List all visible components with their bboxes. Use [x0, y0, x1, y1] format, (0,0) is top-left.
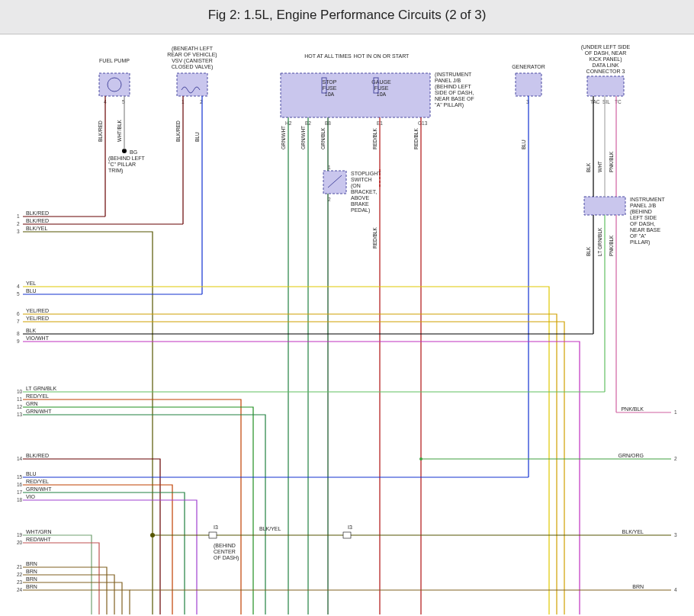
svg-text:12: 12: [17, 404, 23, 409]
svg-text:2: 2: [17, 221, 20, 226]
wire-label: RED/BLK: [372, 128, 378, 149]
svg-text:RED/BLK: RED/BLK: [372, 227, 378, 249]
svg-text:10: 10: [17, 389, 23, 394]
wire-label: GRN/WHT: [300, 126, 306, 149]
svg-text:PNK/BLK: PNK/BLK: [621, 406, 644, 412]
wire-label: BLK/RED: [98, 120, 103, 142]
svg-text:STOPLIGHTSWITCH(ONBRACKET,ABOV: STOPLIGHTSWITCH(ONBRACKET,ABOVEBRAKEPEDA…: [351, 171, 381, 213]
svg-text:6: 6: [17, 311, 20, 316]
svg-text:HOT IN ON
OR START: HOT IN ON OR START: [354, 53, 410, 59]
fuel-pump-label: FUEL PUMP: [99, 58, 130, 63]
vsv-box: (BENEATH LEFTREAR OF VEHICLE)VSV (CANIST…: [167, 46, 217, 104]
svg-text:BG(BEHIND LEFT"C" PILLARTRIM): BG(BEHIND LEFT"C" PILLARTRIM): [108, 149, 146, 174]
svg-text:(INSTRUMENTPANEL J/B(BEHIND LE: (INSTRUMENTPANEL J/B(BEHIND LEFTSIDE OF …: [435, 72, 474, 108]
wiring-diagram: FUEL PUMP 4 5 (BENEATH LEFTREAR OF VEHIC…: [0, 34, 694, 614]
svg-point-56: [419, 457, 423, 460]
svg-text:14: 14: [17, 456, 23, 461]
wire-label: PNK/BLK: [609, 151, 614, 172]
wire-label: BLK/YEL: [259, 526, 281, 531]
svg-text:(BENEATH LEFTREAR OF VEHICLE)V: (BENEATH LEFTREAR OF VEHICLE)VSV (CANIST…: [167, 46, 217, 70]
svg-rect-54: [343, 532, 351, 538]
svg-text:23: 23: [17, 579, 23, 585]
svg-text:19: 19: [17, 532, 23, 537]
wire-label: GRN/WHT: [281, 126, 286, 149]
svg-text:(UNDER LEFT SIDEOF DASH, NEARK: (UNDER LEFT SIDEOF DASH, NEARKICK PANEL)…: [581, 44, 631, 74]
svg-text:INSTRUMENTPANEL J/B(BEHINDLEFT: INSTRUMENTPANEL J/B(BEHINDLEFT SIDEOF DA…: [630, 197, 666, 245]
svg-text:BRN: BRN: [632, 584, 644, 589]
svg-text:BLK/RED: BLK/RED: [26, 218, 49, 223]
svg-text:FUEL
PUMP: FUEL PUMP: [99, 58, 130, 63]
svg-text:BRN: BRN: [26, 561, 37, 566]
svg-text:4: 4: [674, 587, 677, 592]
svg-point-52: [150, 533, 155, 537]
fuel-pump-box: FUEL PUMP 4 5: [99, 58, 130, 104]
svg-rect-23: [516, 73, 541, 96]
svg-text:17: 17: [17, 489, 23, 495]
svg-text:GRN/WHT: GRN/WHT: [26, 486, 52, 492]
svg-text:VIO: VIO: [26, 494, 36, 499]
svg-text:BRN: BRN: [26, 569, 37, 574]
stoplight-switch: STOPLIGHTSWITCH(ONBRACKET,ABOVEBRAKEPEDA…: [323, 165, 381, 213]
wire-label: BLK/RED: [175, 120, 181, 142]
svg-text:24: 24: [17, 587, 23, 592]
svg-rect-53: [209, 532, 217, 538]
svg-text:RED/YEL: RED/YEL: [26, 479, 49, 484]
svg-text:(BEHINDCENTEROF DASH): (BEHINDCENTEROF DASH): [214, 543, 239, 561]
svg-text:BRN: BRN: [26, 584, 37, 589]
jb2-box: INSTRUMENTPANEL J/B(BEHINDLEFT SIDEOF DA…: [584, 197, 666, 245]
svg-text:BLK/YEL: BLK/YEL: [622, 529, 644, 534]
svg-text:HOT AT
ALL TIMES: HOT AT ALL TIMES: [304, 53, 352, 59]
right-wire-labels: PNK/BLK1 GRN/ORG2 BLK/YEL3 BRN4: [618, 406, 677, 592]
svg-text:RED/WHT: RED/WHT: [26, 537, 51, 542]
svg-rect-24: [587, 76, 624, 96]
wire-label: LT GRN/BLK: [597, 227, 602, 256]
svg-text:GRN: GRN: [26, 401, 38, 406]
svg-text:BRN: BRN: [26, 576, 37, 582]
wire-label: WHT: [597, 161, 602, 172]
connector-label: I3: [348, 525, 352, 530]
wire-label: GRN/BLK: [320, 127, 326, 149]
svg-text:GRN/ORG: GRN/ORG: [618, 453, 644, 458]
svg-text:4: 4: [17, 284, 20, 289]
svg-text:BLU: BLU: [26, 471, 37, 476]
svg-text:YEL/RED: YEL/RED: [26, 308, 49, 313]
svg-text:BLK/YEL: BLK/YEL: [26, 226, 48, 231]
wire-label: PNK/BLK: [609, 235, 614, 256]
wire-label: RED/BLK: [413, 128, 419, 149]
connector-label: I3: [214, 525, 218, 530]
wire-label: BLU: [194, 132, 200, 142]
svg-rect-29: [584, 197, 625, 215]
svg-rect-18: [323, 171, 346, 194]
svg-text:21: 21: [17, 564, 23, 569]
wire-label: BLK: [586, 162, 591, 172]
wire-label: BLK: [586, 246, 591, 256]
svg-rect-5: [281, 73, 430, 117]
svg-text:3: 3: [17, 229, 20, 234]
wire-label: WHT/BLK: [117, 119, 122, 142]
svg-text:YEL: YEL: [26, 281, 36, 286]
page-header: Fig 2: 1.5L, Engine Performance Circuits…: [0, 0, 694, 34]
svg-text:9: 9: [17, 338, 20, 344]
svg-text:8: 8: [17, 331, 20, 336]
svg-text:13: 13: [17, 412, 23, 417]
svg-text:5: 5: [17, 291, 20, 297]
svg-text:15: 15: [17, 474, 23, 480]
svg-text:7: 7: [17, 319, 20, 324]
svg-text:G13: G13: [418, 120, 428, 126]
svg-text:22: 22: [17, 572, 23, 577]
svg-text:16: 16: [17, 482, 23, 487]
svg-text:BLK: BLK: [26, 328, 37, 333]
page-title: Fig 2: 1.5L, Engine Performance Circuits…: [0, 8, 694, 23]
svg-text:18: 18: [17, 497, 23, 502]
wire-label: BLU: [521, 140, 526, 149]
svg-text:YEL/RED: YEL/RED: [26, 316, 49, 321]
dlc-box: (UNDER LEFT SIDEOF DASH, NEARKICK PANEL)…: [581, 44, 631, 104]
svg-text:TC: TC: [615, 99, 622, 104]
svg-text:2: 2: [674, 456, 677, 461]
svg-text:1: 1: [674, 409, 677, 415]
ground-bg: BG(BEHIND LEFT"C" PILLARTRIM): [108, 149, 146, 174]
svg-text:RED/YEL: RED/YEL: [26, 393, 49, 399]
svg-text:1: 1: [17, 213, 20, 219]
svg-text:WHT/GRN: WHT/GRN: [26, 529, 51, 534]
svg-rect-0: [99, 73, 130, 96]
